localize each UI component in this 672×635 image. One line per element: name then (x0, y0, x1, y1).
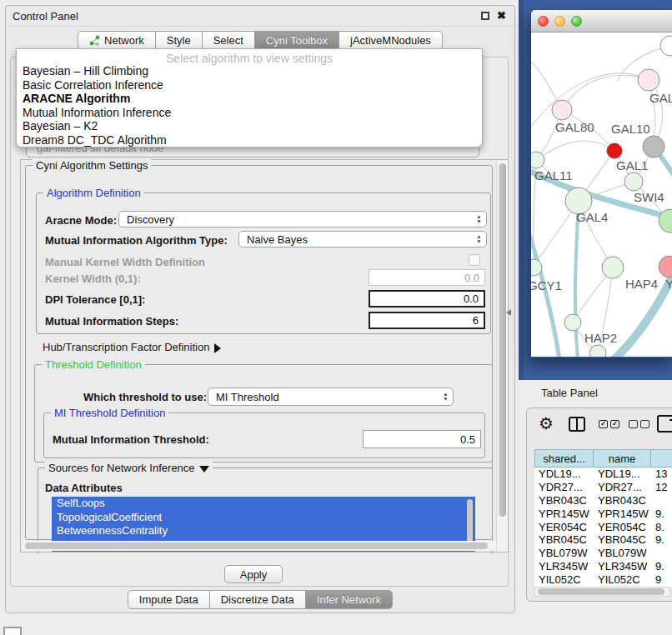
screen: Control Panel ✖ NetworkStyleSelectCyni T… (0, 0, 672, 635)
apply-button[interactable]: Apply (224, 565, 283, 583)
table-horizontal-scrollbar[interactable] (534, 587, 670, 597)
attribute-item-selfloops[interactable]: SelfLoops (52, 497, 475, 511)
dpi-tolerance-label: DPI Tolerance [0,1]: (45, 293, 145, 306)
table-cell: YBR043C (594, 494, 651, 508)
tab-cyni-toolbox[interactable]: Cyni Toolbox (254, 31, 339, 50)
float-icon[interactable] (481, 12, 489, 20)
close-icon[interactable]: ✖ (497, 9, 506, 22)
network-node-y[interactable] (659, 256, 672, 278)
node-label-hap2: HAP2 (584, 331, 617, 345)
spinner-arrows-icon: ▲▼ (472, 214, 486, 224)
algorithm-placeholder: Select algorithm to view settings (17, 49, 482, 64)
network-node-gal[interactable] (638, 69, 659, 91)
algorithm-option-dream8-dc-tdc-algorithm[interactable]: Dream8 DC_TDC Algorithm (17, 133, 482, 148)
group-title: Threshold Definition (42, 358, 145, 371)
group-cyni-algorithm-settings: Cyni Algorithm Settings Algorithm Defini… (25, 165, 493, 540)
column-header-shared[interactable]: shared... (534, 449, 594, 468)
network-edge (562, 76, 649, 110)
table-cell: 12 (651, 481, 672, 494)
mi-steps-label: Mutual Information Steps: (45, 315, 178, 328)
table-row[interactable]: YDL19...YDL19...13 (534, 468, 672, 481)
column-browser-icon[interactable] (569, 417, 585, 432)
attribute-item-betweennesscentrality[interactable]: BetweennessCentrality (52, 524, 475, 538)
table-cell: 9 (651, 573, 672, 587)
network-node-hap2[interactable] (564, 314, 581, 331)
attribute-item-topologicalcoefficient[interactable]: TopologicalCoefficient (52, 511, 475, 525)
algorithm-option-basic-correlation-inference[interactable]: Basic Correlation Inference (17, 78, 482, 92)
dpi-tolerance-field[interactable]: 0.0 (369, 290, 485, 308)
hub-definition-expander[interactable]: Hub/Transcription Factor Definition (43, 341, 221, 353)
group-threshold-definition: Threshold Definition Which threshold to … (34, 364, 493, 462)
aracne-mode-combo[interactable]: Discovery ▲▼ (118, 211, 487, 228)
algorithm-items: Bayesian – Hill ClimbingBasic Correlatio… (17, 64, 482, 147)
tab-style[interactable]: Style (155, 31, 203, 50)
table-cell: YDR27... (534, 481, 594, 494)
mi-type-value: Naive Bayes (247, 233, 308, 246)
group-title: Cyni Algorithm Settings (33, 159, 151, 172)
table-row[interactable]: YBR045CYBR045C9. (534, 533, 672, 547)
tab-select[interactable]: Select (202, 31, 255, 50)
table-settings-gear-icon[interactable]: ⚙ (539, 413, 554, 433)
kernel-width-field[interactable]: 0.0 (369, 269, 485, 286)
table-row[interactable]: YIL052CYIL052C9 (534, 573, 672, 587)
tab-jactivemnodules[interactable]: jActiveMNodules (339, 31, 443, 50)
tab-label: Style (167, 34, 191, 47)
network-node[interactable] (589, 345, 606, 357)
settings-horizontal-scrollbar[interactable] (23, 541, 496, 551)
deselect-all-icon[interactable] (629, 420, 649, 428)
node-label-gal11: GAL11 (534, 168, 573, 182)
zoom-traffic-light-icon[interactable] (571, 16, 582, 27)
table-cell: YPR145W (594, 508, 651, 521)
manual-kernel-checkbox[interactable] (469, 254, 480, 266)
minimize-traffic-light-icon[interactable] (554, 16, 565, 27)
tab-infer-network[interactable]: Infer Network (305, 590, 393, 609)
spinner-arrows-icon: ▲▼ (439, 392, 453, 402)
mi-type-combo[interactable]: Naive Bayes ▲▼ (238, 231, 487, 248)
column-header-name[interactable]: name (594, 449, 651, 468)
mi-steps-value: 6 (473, 314, 479, 327)
table-row[interactable]: YBR043CYBR043C (534, 494, 672, 508)
table-cell: YBR043C (534, 494, 594, 508)
document-icon[interactable] (657, 415, 672, 432)
algorithm-option-aracne-algorithm[interactable]: ARACNE Algorithm (17, 92, 482, 106)
tab-label: Discretize Data (221, 593, 294, 606)
algorithm-option-bayesian-hill-climbing[interactable]: Bayesian – Hill Climbing (17, 64, 482, 78)
network-node-gal1[interactable] (624, 172, 643, 191)
close-traffic-light-icon[interactable] (538, 16, 549, 27)
column-header-partial[interactable] (651, 449, 672, 468)
tab-discretize-data[interactable]: Discretize Data (209, 590, 306, 609)
network-node-gal80[interactable] (552, 100, 572, 120)
algorithm-option-mutual-information-inference[interactable]: Mutual Information Inference (17, 106, 482, 120)
network-view-window: GALGAL80GAL10GAL11GAL1SWI4GAL4GCY1HAP4YH… (531, 10, 672, 358)
settings-vertical-scrollbar[interactable] (496, 160, 508, 552)
mi-threshold-field[interactable]: 0.5 (363, 430, 481, 448)
group-title: MI Threshold Definition (51, 407, 168, 419)
table-row[interactable]: YER054CYER054C8. (534, 521, 672, 534)
table-row[interactable]: YDR27...YDR27...12 (534, 481, 672, 494)
network-window-titlebar (531, 10, 672, 32)
network-selector-combo[interactable]: gal-filtered sif default node (26, 148, 479, 158)
select-all-icon[interactable]: ✓✓ (599, 420, 619, 428)
table-row[interactable]: YLR345WYLR345W9. (534, 560, 672, 573)
network-node[interactable] (660, 36, 672, 56)
aracne-mode-label: Aracne Mode: (45, 214, 117, 227)
network-node-hap4[interactable] (602, 257, 624, 278)
panel-divider-grip[interactable] (506, 309, 511, 316)
scrollbar-thumb[interactable] (25, 542, 488, 549)
network-node[interactable] (607, 143, 622, 158)
bottom-left-button[interactable] (3, 627, 22, 635)
list-scrollbar-thumb[interactable] (467, 499, 473, 546)
scrollbar-thumb[interactable] (538, 588, 664, 595)
which-threshold-combo[interactable]: MI Threshold ▲▼ (208, 388, 454, 406)
network-node-gal10[interactable] (643, 136, 664, 158)
mi-steps-field[interactable]: 6 (369, 312, 485, 329)
network-canvas[interactable]: GALGAL80GAL10GAL11GAL1SWI4GAL4GCY1HAP4YH… (531, 32, 672, 357)
table-row[interactable]: YBL079WYBL079W (534, 547, 672, 560)
table-row[interactable]: YPR145WYPR145W9. (534, 508, 672, 521)
algorithm-option-bayesian-k2[interactable]: Bayesian – K2 (17, 119, 482, 133)
network-node-gal11[interactable] (531, 152, 544, 168)
tab-impute-data[interactable]: Impute Data (128, 590, 210, 609)
tab-network[interactable]: Network (78, 31, 156, 50)
scrollbar-thumb[interactable] (499, 163, 506, 517)
table-cell (651, 547, 672, 560)
